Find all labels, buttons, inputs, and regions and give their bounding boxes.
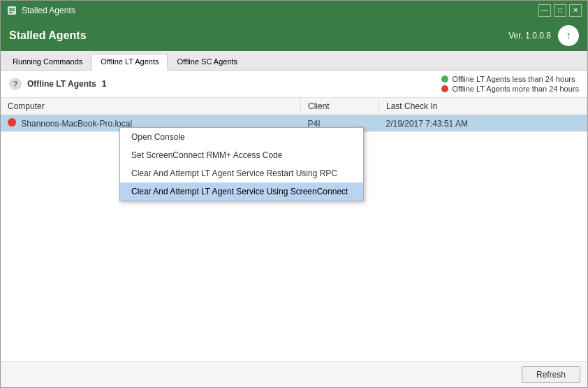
tab-running-commands[interactable]: Running Commands xyxy=(3,54,91,70)
tab-offline-lt-agents[interactable]: Offline LT Agents xyxy=(91,54,168,71)
col-last-check-in: Last Check In xyxy=(379,98,587,115)
tab-offline-sc-agents[interactable]: Offline SC Agents xyxy=(168,54,247,70)
context-menu-item-clear-sc[interactable]: Clear And Attempt LT Agent Service Using… xyxy=(120,182,363,201)
table-header-row: Computer Client Last Check In xyxy=(1,98,587,115)
window-title: Stalled Agents xyxy=(22,6,538,15)
legend-green-text: Offline LT Agents less than 24 hours xyxy=(452,75,575,83)
context-menu-item-open-console[interactable]: Open Console xyxy=(120,128,363,146)
minimize-button[interactable]: — xyxy=(538,4,551,17)
green-dot xyxy=(441,76,448,82)
help-icon[interactable]: ? xyxy=(9,78,22,90)
legend-bar: ? Offline LT Agents 1 Offline LT Agents … xyxy=(1,71,587,98)
header-title: Stalled Agents xyxy=(9,29,508,42)
title-bar: Stalled Agents — □ ✕ xyxy=(1,1,587,20)
window-controls: — □ ✕ xyxy=(538,4,582,17)
svg-rect-2 xyxy=(9,10,15,12)
legend-count: 1 xyxy=(102,79,107,89)
legend-items: Offline LT Agents less than 24 hours Off… xyxy=(441,75,579,93)
cell-last-check-in: 2/19/2017 7:43:51 AM xyxy=(379,115,587,132)
red-dot xyxy=(441,85,448,92)
app-icon xyxy=(6,5,17,16)
context-menu: Open Console Set ScreenConnect RMM+ Acce… xyxy=(119,127,364,201)
legend-item-green: Offline LT Agents less than 24 hours xyxy=(441,75,575,83)
content-area: ? Offline LT Agents 1 Offline LT Agents … xyxy=(1,71,587,361)
svg-rect-1 xyxy=(9,8,15,10)
svg-rect-3 xyxy=(9,12,13,13)
row-status-indicator xyxy=(8,118,16,127)
footer: Refresh xyxy=(1,361,587,387)
header-bar: Stalled Agents Ver. 1.0.0.8 ↑ xyxy=(1,20,587,51)
context-menu-item-set-rmm[interactable]: Set ScreenConnect RMM+ Access Code xyxy=(120,146,363,164)
refresh-button[interactable]: Refresh xyxy=(522,366,580,383)
maximize-button[interactable]: □ xyxy=(554,4,566,17)
legend-label: Offline LT Agents xyxy=(27,79,96,89)
legend-item-red: Offline LT Agents more than 24 hours xyxy=(441,85,579,93)
close-button[interactable]: ✕ xyxy=(569,4,582,17)
legend-red-text: Offline LT Agents more than 24 hours xyxy=(452,85,579,93)
tab-bar: Running Commands Offline LT Agents Offli… xyxy=(1,51,587,71)
context-menu-item-clear-rpc[interactable]: Clear And Attempt LT Agent Service Resta… xyxy=(120,164,363,182)
computer-name: Shannons-MacBook-Pro.local xyxy=(21,119,132,129)
version-label: Ver. 1.0.0.8 xyxy=(508,31,551,41)
col-client: Client xyxy=(300,98,378,115)
table-container: Computer Client Last Check In Shannons-M… xyxy=(1,98,587,361)
col-computer: Computer xyxy=(1,98,300,115)
user-avatar[interactable]: ↑ xyxy=(558,25,579,46)
main-window: Stalled Agents — □ ✕ Stalled Agents Ver.… xyxy=(0,0,588,388)
